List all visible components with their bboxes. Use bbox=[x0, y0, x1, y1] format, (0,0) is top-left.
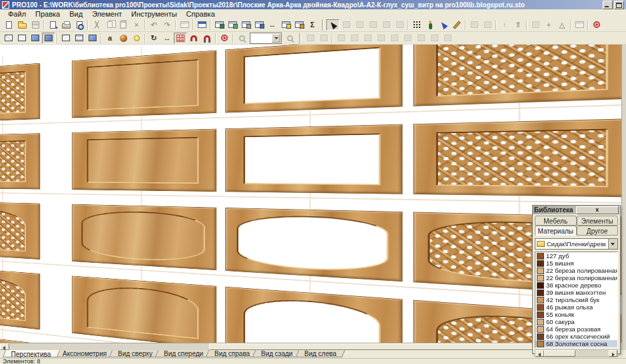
cabinet-door-panel[interactable] bbox=[72, 50, 216, 118]
panel-report-button[interactable] bbox=[252, 19, 266, 31]
material-item[interactable]: 68 Золотистая сосна bbox=[535, 340, 617, 347]
cut-button[interactable] bbox=[90, 19, 103, 31]
price-sum-button[interactable]: Σ bbox=[306, 19, 319, 31]
select-elements-button[interactable] bbox=[437, 19, 450, 31]
panel-accessories-button[interactable] bbox=[292, 19, 306, 31]
material-item[interactable]: 22 береза полированная-скан bbox=[535, 274, 617, 281]
fit-to-wall-button[interactable] bbox=[441, 33, 454, 44]
cabinet-door-glass[interactable] bbox=[225, 45, 402, 113]
material-item[interactable]: 64 береза розовая bbox=[535, 325, 617, 333]
orbit-view-button[interactable]: ↻ bbox=[147, 33, 160, 44]
list-scroll-thumb[interactable] bbox=[544, 350, 575, 357]
show-solid-button[interactable] bbox=[86, 33, 99, 44]
material-item[interactable]: 22 береза полированная bbox=[535, 267, 617, 274]
list-scroll-track[interactable] bbox=[575, 350, 609, 357]
library-panel[interactable]: Библиотека x МебельЭлементыМатериалыДруг… bbox=[532, 205, 621, 354]
cabinet-door-quadro-glass[interactable] bbox=[225, 208, 402, 281]
scroll-track[interactable] bbox=[9, 343, 617, 350]
ungroup-button[interactable] bbox=[481, 19, 494, 31]
snap-points-button[interactable] bbox=[410, 19, 424, 31]
group-button[interactable] bbox=[468, 19, 481, 31]
menu-item-вид[interactable]: Вид bbox=[65, 10, 87, 18]
material-item[interactable]: 42 тирольский бук bbox=[535, 296, 617, 303]
menu-item-инструменты[interactable]: Инструменты bbox=[127, 10, 182, 18]
view-tab-аксонометрия[interactable]: Аксонометрия bbox=[53, 350, 115, 357]
cabinet-door-arch-lattice[interactable] bbox=[0, 201, 40, 260]
zoom-window-button[interactable] bbox=[317, 33, 330, 44]
center-horizontal-button[interactable] bbox=[388, 33, 401, 44]
align-right-button[interactable] bbox=[348, 33, 361, 44]
cabinet-door-lattice[interactable] bbox=[414, 45, 621, 106]
export-image-button[interactable] bbox=[46, 19, 59, 31]
material-item[interactable]: 39 вишня манхэттен bbox=[535, 289, 617, 296]
move-element-button[interactable]: + bbox=[542, 19, 555, 31]
menu-item-справка[interactable]: Справка bbox=[182, 10, 220, 18]
zoom-out-button[interactable] bbox=[235, 33, 248, 44]
view-tab-перспектива[interactable]: Перспектива bbox=[3, 350, 60, 357]
align-left-button[interactable] bbox=[334, 33, 348, 44]
title-bar[interactable]: PRO100 - E:\WORK\библиотека pro100\Проек… bbox=[0, 0, 626, 9]
save-project-button[interactable] bbox=[29, 19, 42, 31]
library-tab-материалы[interactable]: Материалы bbox=[535, 226, 577, 236]
cabinet-door-lattice[interactable] bbox=[0, 133, 40, 189]
material-item[interactable]: 55 коньяк bbox=[535, 311, 617, 318]
view-tab-вид-сверху[interactable]: Вид сверху bbox=[109, 350, 162, 357]
show-dimensions-button[interactable]: ↔ bbox=[160, 33, 174, 44]
open-project-button[interactable] bbox=[15, 19, 29, 31]
center-vertical-button[interactable] bbox=[401, 33, 414, 44]
view-sketch-button[interactable] bbox=[15, 33, 29, 44]
cabinet-door-lattice[interactable] bbox=[0, 330, 40, 343]
combobox-dropdown-icon[interactable] bbox=[608, 239, 617, 249]
print-preview-button[interactable] bbox=[73, 19, 86, 31]
library-title-bar[interactable]: Библиотека x bbox=[533, 206, 620, 214]
cabinet-door-glass[interactable] bbox=[225, 124, 402, 194]
paste-button[interactable] bbox=[117, 19, 130, 31]
view-color-button[interactable] bbox=[29, 33, 42, 44]
show-edges-button[interactable] bbox=[59, 33, 73, 44]
draw-contour-button[interactable] bbox=[450, 19, 464, 31]
material-item[interactable]: 46 рыжая ольха bbox=[535, 303, 617, 311]
pan-view-button[interactable] bbox=[304, 33, 317, 44]
panel-materials-button[interactable] bbox=[279, 19, 292, 31]
edit-nodes-tool-button[interactable] bbox=[366, 19, 380, 31]
walk-tool-button[interactable] bbox=[340, 19, 353, 31]
menu-item-элемент[interactable]: Элемент bbox=[87, 10, 127, 18]
show-contours-button[interactable] bbox=[73, 33, 86, 44]
show-grid-button[interactable] bbox=[174, 33, 187, 44]
rotate-element-button[interactable] bbox=[529, 19, 542, 31]
list-scroll-left-arrow[interactable] bbox=[535, 350, 544, 357]
new-document-button[interactable] bbox=[2, 19, 15, 31]
material-item[interactable]: 60 сакура bbox=[535, 318, 617, 325]
move-top-level-button[interactable]: ⇑ bbox=[511, 19, 525, 31]
project-properties-button[interactable] bbox=[195, 19, 208, 31]
snap-magnet-button[interactable] bbox=[187, 33, 200, 44]
new-element-tool-button[interactable] bbox=[353, 19, 366, 31]
panel-dimensions-button[interactable]: ↔ bbox=[266, 19, 279, 31]
vertical-scrollbar[interactable] bbox=[621, 45, 626, 343]
element-properties-button[interactable] bbox=[178, 19, 191, 31]
center-view-button[interactable] bbox=[218, 33, 231, 44]
library-tab-другое[interactable]: Другое bbox=[577, 226, 619, 236]
minimize-button[interactable] bbox=[603, 1, 613, 9]
cabinet-door-lattice[interactable] bbox=[0, 63, 40, 123]
cabinet-door-arch-glass[interactable] bbox=[225, 287, 402, 343]
element-window-button[interactable] bbox=[573, 19, 586, 31]
library-list-scrollbar[interactable] bbox=[535, 349, 618, 357]
library-close-icon[interactable]: x bbox=[576, 206, 619, 214]
view-wireframe-button[interactable] bbox=[2, 33, 15, 44]
copy-button[interactable] bbox=[103, 19, 117, 31]
panel-price-list-button[interactable] bbox=[226, 19, 239, 31]
move-up-level-button[interactable]: ↑ bbox=[498, 19, 511, 31]
panel-find-button[interactable] bbox=[239, 19, 252, 31]
cabinet-door-panel[interactable] bbox=[72, 129, 216, 192]
snap-magnet-grid-button[interactable] bbox=[200, 33, 214, 44]
lighting-button[interactable] bbox=[130, 33, 143, 44]
cabinet-door-arch-panel[interactable] bbox=[72, 275, 216, 343]
draw-tool-button[interactable] bbox=[380, 19, 393, 31]
view-tab-вид-справа[interactable]: Вид справа bbox=[206, 350, 259, 357]
align-bottom-button[interactable] bbox=[374, 33, 388, 44]
print-button[interactable] bbox=[59, 19, 73, 31]
show-labels-button[interactable]: a bbox=[103, 33, 117, 44]
material-item[interactable]: 127 дуб bbox=[535, 252, 617, 260]
align-top-button[interactable] bbox=[361, 33, 374, 44]
